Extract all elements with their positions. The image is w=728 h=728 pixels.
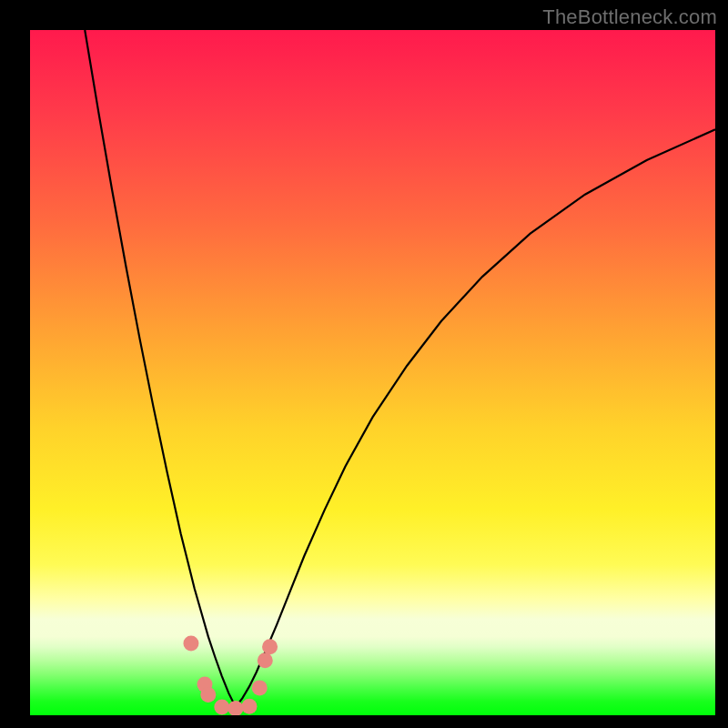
plot-area bbox=[30, 30, 715, 715]
curve-marker bbox=[252, 680, 268, 695]
watermark-text: TheBottleneck.com bbox=[542, 5, 717, 29]
curve-marker bbox=[241, 699, 257, 714]
curve-marker bbox=[200, 687, 216, 703]
curve-marker bbox=[228, 701, 243, 715]
curve-marker bbox=[258, 652, 273, 668]
curve-left-branch bbox=[85, 30, 236, 707]
curve-marker bbox=[262, 639, 278, 654]
chart-frame: TheBottleneck.com bbox=[0, 0, 728, 728]
curve-marker bbox=[183, 635, 198, 651]
curve-markers bbox=[183, 635, 278, 715]
curve-marker bbox=[214, 699, 229, 714]
bottleneck-curve bbox=[30, 30, 715, 715]
curve-right-branch bbox=[236, 129, 715, 707]
